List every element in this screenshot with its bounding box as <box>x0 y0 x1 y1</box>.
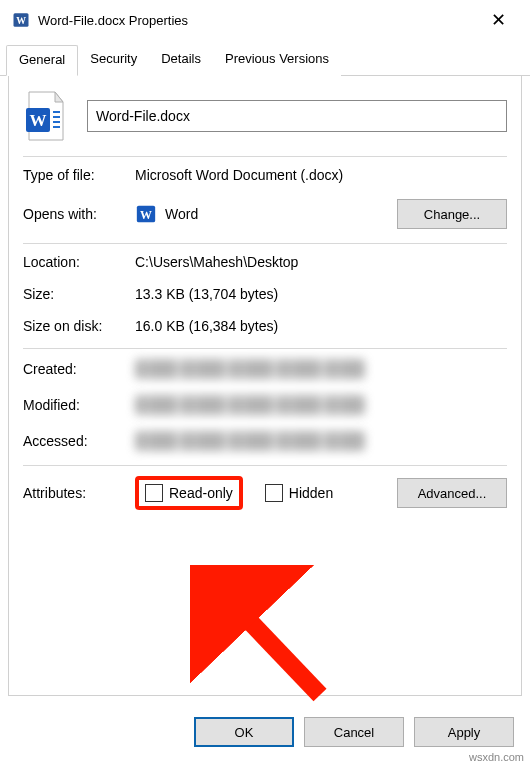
separator <box>23 156 507 157</box>
filename-input[interactable] <box>87 100 507 132</box>
close-icon[interactable]: ✕ <box>478 9 518 31</box>
apply-button[interactable]: Apply <box>414 717 514 747</box>
word-icon: W <box>12 11 30 29</box>
advanced-button[interactable]: Advanced... <box>397 478 507 508</box>
value-size: 13.3 KB (13,704 bytes) <box>135 286 507 302</box>
value-modified-redacted <box>135 395 365 415</box>
value-size-on-disk: 16.0 KB (16,384 bytes) <box>135 318 507 334</box>
label-created: Created: <box>23 361 135 377</box>
label-size: Size: <box>23 286 135 302</box>
tab-strip: General Security Details Previous Versio… <box>0 44 530 76</box>
svg-text:W: W <box>30 111 47 130</box>
tab-details[interactable]: Details <box>149 45 213 76</box>
separator <box>23 243 507 244</box>
watermark: wsxdn.com <box>469 751 524 763</box>
tab-previous-versions[interactable]: Previous Versions <box>213 45 341 76</box>
read-only-checkbox[interactable]: Read-only <box>145 484 233 502</box>
annotation-highlight: Read-only <box>135 476 243 510</box>
hidden-label: Hidden <box>289 485 333 501</box>
titlebar: W Word-File.docx Properties ✕ <box>0 0 530 40</box>
label-size-on-disk: Size on disk: <box>23 318 135 334</box>
label-modified: Modified: <box>23 397 135 413</box>
ok-button[interactable]: OK <box>194 717 294 747</box>
general-panel: W Type of file: Microsoft Word Document … <box>8 76 522 696</box>
label-accessed: Accessed: <box>23 433 135 449</box>
hidden-checkbox[interactable]: Hidden <box>265 484 333 502</box>
value-created-redacted <box>135 359 365 379</box>
svg-text:W: W <box>16 15 26 26</box>
label-location: Location: <box>23 254 135 270</box>
checkbox-icon <box>145 484 163 502</box>
word-app-icon: W <box>135 203 157 225</box>
value-location: C:\Users\Mahesh\Desktop <box>135 254 507 270</box>
opens-with-app: Word <box>165 206 198 222</box>
read-only-label: Read-only <box>169 485 233 501</box>
svg-text:W: W <box>140 208 152 222</box>
label-type-of-file: Type of file: <box>23 167 135 183</box>
tab-general[interactable]: General <box>6 45 78 76</box>
file-icon: W <box>23 90 69 142</box>
separator <box>23 465 507 466</box>
label-opens-with: Opens with: <box>23 206 135 222</box>
attributes-row: Read-only Hidden <box>135 476 397 510</box>
change-button[interactable]: Change... <box>397 199 507 229</box>
separator <box>23 348 507 349</box>
label-attributes: Attributes: <box>23 485 135 501</box>
window-title: Word-File.docx Properties <box>38 13 478 28</box>
tab-security[interactable]: Security <box>78 45 149 76</box>
cancel-button[interactable]: Cancel <box>304 717 404 747</box>
value-accessed-redacted <box>135 431 365 451</box>
checkbox-icon <box>265 484 283 502</box>
file-row: W <box>23 90 507 142</box>
value-opens-with: W Word <box>135 203 397 225</box>
value-type-of-file: Microsoft Word Document (.docx) <box>135 167 507 183</box>
dialog-footer: OK Cancel Apply <box>194 717 514 747</box>
